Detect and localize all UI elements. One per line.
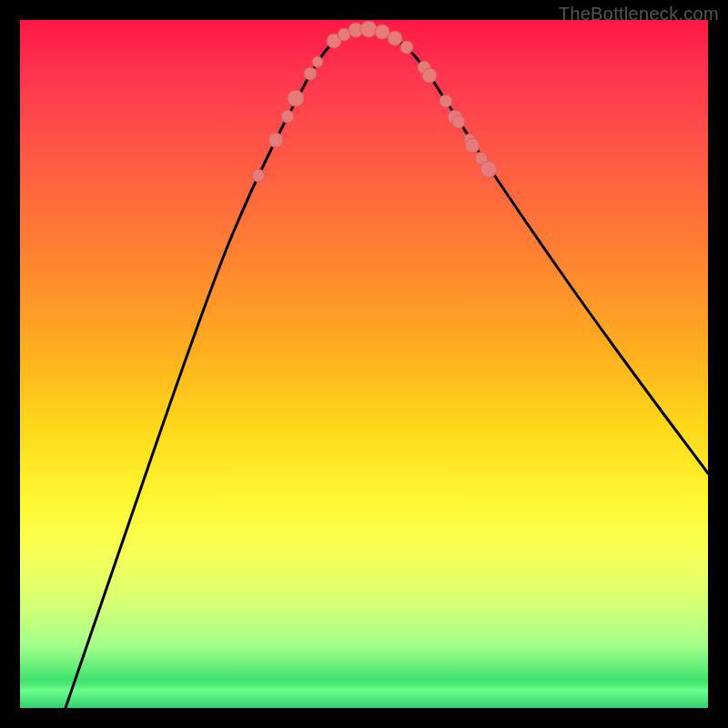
- data-marker: [281, 110, 294, 123]
- chart-frame: TheBottleneck.com: [0, 0, 728, 728]
- data-marker: [440, 95, 452, 107]
- data-marker: [465, 138, 480, 153]
- marker-group: [252, 21, 497, 182]
- bottleneck-curve-svg: [20, 20, 708, 708]
- data-marker: [304, 67, 317, 80]
- data-marker: [360, 21, 377, 37]
- data-marker: [452, 116, 465, 128]
- data-marker: [375, 25, 389, 39]
- data-marker: [268, 133, 283, 147]
- data-marker: [252, 169, 265, 182]
- data-marker: [422, 68, 437, 83]
- plot-area: [20, 20, 708, 708]
- data-marker: [288, 90, 304, 106]
- data-marker: [312, 56, 323, 67]
- bottleneck-curve: [66, 30, 708, 709]
- data-marker: [388, 31, 402, 46]
- data-marker: [400, 41, 413, 54]
- watermark-text: TheBottleneck.com: [559, 4, 719, 25]
- data-marker: [480, 161, 497, 177]
